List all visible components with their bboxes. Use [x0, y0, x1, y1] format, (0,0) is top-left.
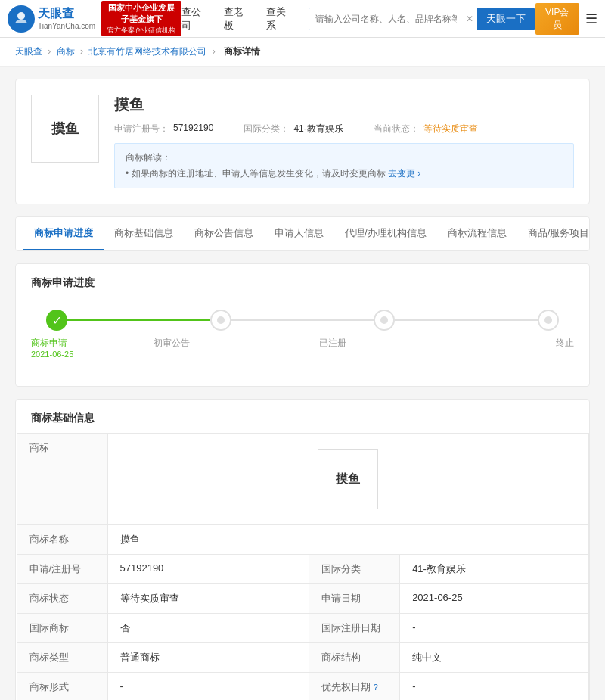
breadcrumb-tianyancha[interactable]: 天眼查 — [15, 46, 42, 57]
logo-svg — [12, 10, 30, 28]
logo-name: 天眼查 — [38, 6, 95, 22]
progress-node-4 — [538, 310, 559, 331]
search-clear-icon[interactable]: ✕ — [463, 8, 476, 30]
tabs-bar: 商标申请进度 商标基础信息 商标公告信息 申请人信息 代理/办理机构信息 商标流… — [15, 216, 590, 251]
search-input[interactable] — [309, 8, 463, 30]
progress-node-2-name: 初审公告 — [92, 337, 253, 350]
progress-area: ✓ 商标申请 2021-06-2 — [31, 302, 574, 374]
header-left: 天眼查 TianYanCha.com 国家中小企业发展子基金旗下 官方备案企业征… — [8, 1, 182, 36]
label-status: 商标状态 — [17, 584, 107, 614]
value-intlregdate: - — [400, 614, 588, 643]
trademark-info: 摸鱼 申请注册号： 57192190 国际分类： 41-教育娱乐 当前状态： 等… — [114, 95, 574, 188]
trademark-image-text: 摸鱼 — [336, 471, 360, 487]
progress-node-4-name: 终止 — [413, 337, 574, 350]
table-row-regno: 申请/注册号 57192190 国际分类 41-教育娱乐 — [17, 555, 588, 584]
value-apply-date: 2021-06-25 — [400, 584, 588, 614]
value-status: 等待实质审查 — [107, 584, 309, 614]
logo-text-area: 天眼查 TianYanCha.com — [38, 6, 95, 31]
tab-progress[interactable]: 商标申请进度 — [23, 217, 104, 250]
label-structure: 商标结构 — [309, 643, 400, 673]
meta-reg-no: 申请注册号： 57192190 — [114, 123, 213, 135]
progress-line-2 — [231, 319, 374, 321]
svg-point-0 — [17, 12, 25, 20]
value-structure: 纯中文 — [400, 643, 588, 673]
trademark-image-box: 摸鱼 — [318, 449, 378, 509]
search-box: ✕ 天眼一下 — [309, 8, 535, 30]
progress-node-2 — [210, 310, 231, 331]
info-table: 商标 摸鱼 商标名称 摸鱼 申请/注册号 57192190 国际分类 — [16, 433, 589, 700]
progress-node-3-inner — [380, 316, 388, 324]
label-priority: 优先权日期 ? — [309, 673, 400, 701]
nav-tab-company[interactable]: 查公司 — [182, 5, 209, 33]
status-label: 当前状态： — [374, 123, 419, 135]
label-intlregdate: 国际注册日期 — [309, 614, 400, 643]
value-form: - — [107, 673, 309, 701]
breadcrumb-trademark[interactable]: 商标 — [57, 46, 75, 57]
search-button[interactable]: 天眼一下 — [477, 8, 535, 30]
table-row-status: 商标状态 等待实质审查 申请日期 2021-06-25 — [17, 584, 588, 614]
trademark-header-card: 摸鱼 摸鱼 申请注册号： 57192190 国际分类： 41-教育娱乐 当前状态… — [15, 79, 590, 204]
progress-node-1-date: 2021-06-25 — [31, 350, 92, 359]
notice-item: 如果商标的注册地址、申请人等信息发生变化，请及时变更商标 去变更 › — [126, 167, 563, 180]
progress-label-2: 初审公告 — [92, 337, 253, 350]
label-trademark: 商标 — [17, 434, 107, 525]
tab-announce[interactable]: 商标公告信息 — [184, 217, 264, 250]
value-type: 普通商标 — [107, 643, 309, 673]
nav-tab-boss[interactable]: 查老板 — [224, 5, 251, 33]
label-intltm: 国际商标 — [17, 614, 107, 643]
trademark-header-inner: 摸鱼 摸鱼 申请注册号： 57192190 国际分类： 41-教育娱乐 当前状态… — [31, 95, 574, 188]
label-regno: 申请/注册号 — [17, 555, 107, 584]
value-intltm: 否 — [107, 614, 309, 643]
progress-labels: 商标申请 2021-06-25 初审公告 已注册 终止 — [31, 331, 574, 359]
reg-no-value: 57192190 — [173, 123, 213, 135]
notice-link[interactable]: 去变更 › — [388, 168, 420, 179]
progress-node-1: ✓ — [46, 310, 67, 331]
basic-info-title: 商标基础信息 — [16, 400, 589, 433]
tab-agent[interactable]: 代理/办理机构信息 — [334, 217, 437, 250]
breadcrumb-company[interactable]: 北京有竹居网络技术有限公司 — [88, 46, 206, 57]
progress-label-3: 已注册 — [253, 337, 414, 350]
progress-line-3 — [395, 319, 538, 321]
tab-flow[interactable]: 商标流程信息 — [437, 217, 517, 250]
logo-icon — [8, 5, 35, 33]
trademark-notice: 商标解读： 如果商标的注册地址、申请人等信息发生变化，请及时变更商标 去变更 › — [114, 143, 574, 188]
nav-tabs: 查公司 查老板 查关系 — [182, 5, 293, 33]
breadcrumb-sep1: › — [48, 46, 53, 57]
value-regno: 57192190 — [107, 555, 309, 584]
label-intlclass: 国际分类 — [309, 555, 400, 584]
label-form: 商标形式 — [17, 673, 107, 701]
progress-label-1: 商标申请 2021-06-25 — [31, 337, 92, 359]
menu-icon[interactable]: ☰ — [585, 11, 597, 27]
tooltip-icon-priority: ? — [374, 683, 378, 692]
tab-applicant[interactable]: 申请人信息 — [264, 217, 334, 250]
logo-subtext: TianYanCha.com — [38, 22, 95, 31]
table-row-image: 商标 摸鱼 — [17, 434, 588, 525]
progress-section: 商标申请进度 ✓ — [15, 263, 590, 387]
trademark-logo-text: 摸鱼 — [51, 120, 79, 138]
trademark-name: 摸鱼 — [114, 95, 574, 115]
vip-button[interactable]: VIP会员 — [535, 3, 579, 35]
table-row-form: 商标形式 - 优先权日期 ? - — [17, 673, 588, 701]
table-row-intltm: 国际商标 否 国际注册日期 - — [17, 614, 588, 643]
progress-node-4-inner — [544, 316, 552, 324]
progress-node-3-name: 已注册 — [253, 337, 414, 350]
intl-class-value: 41-教育娱乐 — [293, 123, 343, 135]
label-name: 商标名称 — [17, 525, 107, 555]
breadcrumb-current: 商标详情 — [224, 46, 260, 57]
value-name: 摸鱼 — [107, 525, 588, 555]
notice-title: 商标解读： — [126, 151, 563, 164]
gov-badge-line1: 国家中小企业发展子基金旗下 — [106, 2, 177, 26]
header-right: VIP会员 ☰ — [535, 3, 597, 35]
main-content: 摸鱼 摸鱼 申请注册号： 57192190 国际分类： 41-教育娱乐 当前状态… — [0, 67, 605, 700]
tab-goods[interactable]: 商品/服务项目 — [517, 217, 590, 250]
table-row-name: 商标名称 摸鱼 — [17, 525, 588, 555]
trademark-meta: 申请注册号： 57192190 国际分类： 41-教育娱乐 当前状态： 等待实质… — [114, 123, 574, 135]
trademark-logo-box: 摸鱼 — [31, 95, 99, 163]
tab-basic[interactable]: 商标基础信息 — [104, 217, 184, 250]
breadcrumb-sep3: › — [213, 46, 218, 57]
value-intlclass: 41-教育娱乐 — [400, 555, 588, 584]
meta-status: 当前状态： 等待实质审查 — [374, 123, 478, 135]
notice-text: 如果商标的注册地址、申请人等信息发生变化，请及时变更商标 — [132, 168, 386, 179]
status-value: 等待实质审查 — [424, 123, 478, 135]
nav-tab-relation[interactable]: 查关系 — [266, 5, 293, 33]
